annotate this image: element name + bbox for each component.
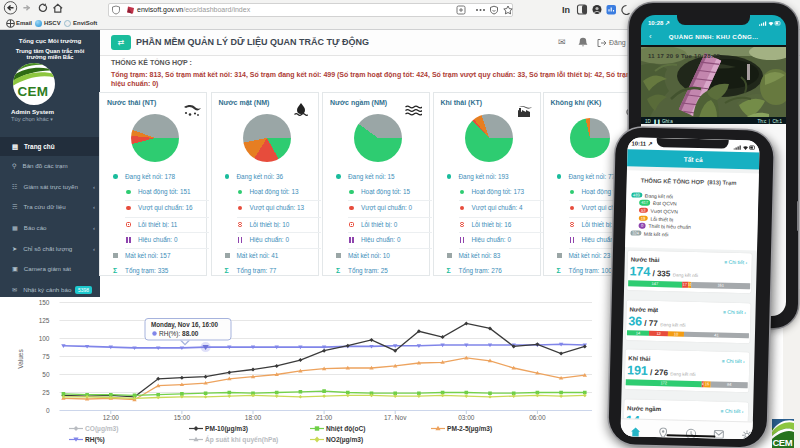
svg-text:Monday, Nov 16, 16:00: Monday, Nov 16, 16:00	[151, 321, 219, 329]
svg-text:RH(%): 88.00: RH(%): 88.00	[159, 330, 199, 338]
svg-text:100: 100	[39, 335, 50, 342]
svg-text:15:00: 15:00	[174, 414, 191, 421]
svg-text:75: 75	[42, 353, 50, 360]
svg-text:25: 25	[42, 389, 50, 396]
svg-text:0: 0	[46, 407, 50, 414]
svg-text:17. Nov: 17. Nov	[384, 414, 407, 421]
svg-text:21:00: 21:00	[316, 414, 333, 421]
svg-text:06:00: 06:00	[529, 414, 546, 421]
svg-text:125: 125	[39, 317, 50, 324]
svg-text:CEM: CEM	[772, 437, 792, 448]
svg-text:11 17 20 9 Tue 10:28:05: 11 17 20 9 Tue 10:28:05	[648, 52, 721, 58]
svg-text:CEM: CEM	[18, 84, 49, 99]
svg-text:50: 50	[42, 371, 50, 378]
svg-text:Values: Values	[17, 349, 24, 369]
svg-text:12:00: 12:00	[103, 414, 120, 421]
svg-text:18:00: 18:00	[245, 414, 262, 421]
svg-text:03:00: 03:00	[458, 414, 475, 421]
svg-text:150: 150	[39, 299, 50, 306]
svg-text:In: In	[562, 5, 570, 15]
